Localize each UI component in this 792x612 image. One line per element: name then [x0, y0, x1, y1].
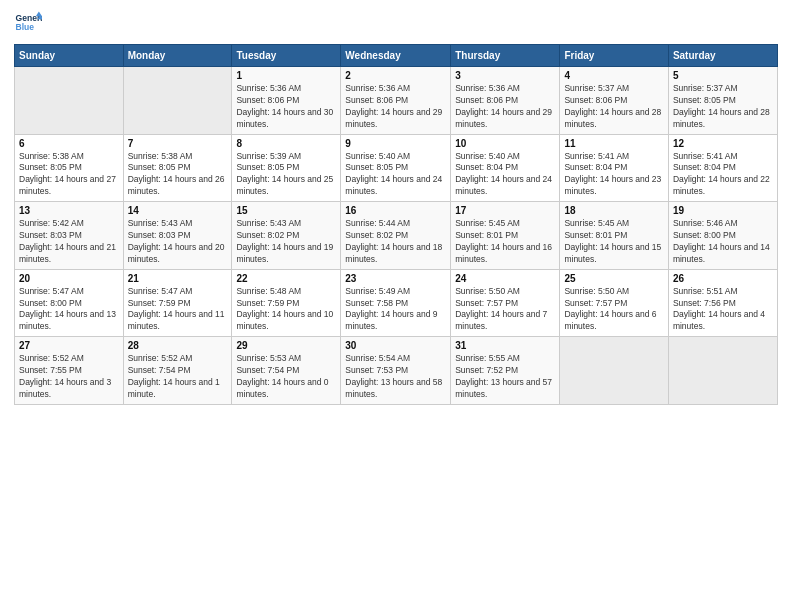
weekday-header: Monday: [123, 45, 232, 67]
day-number: 22: [236, 273, 336, 284]
calendar-cell: 29Sunrise: 5:53 AM Sunset: 7:54 PM Dayli…: [232, 337, 341, 405]
day-number: 8: [236, 138, 336, 149]
day-number: 25: [564, 273, 663, 284]
day-detail: Sunrise: 5:47 AM Sunset: 7:59 PM Dayligh…: [128, 286, 228, 334]
day-detail: Sunrise: 5:47 AM Sunset: 8:00 PM Dayligh…: [19, 286, 119, 334]
calendar-cell: 14Sunrise: 5:43 AM Sunset: 8:03 PM Dayli…: [123, 202, 232, 270]
weekday-header: Saturday: [668, 45, 777, 67]
day-detail: Sunrise: 5:41 AM Sunset: 8:04 PM Dayligh…: [564, 151, 663, 199]
calendar-cell: 4Sunrise: 5:37 AM Sunset: 8:06 PM Daylig…: [560, 67, 668, 135]
calendar-cell: [668, 337, 777, 405]
day-number: 2: [345, 70, 446, 81]
calendar-cell: 30Sunrise: 5:54 AM Sunset: 7:53 PM Dayli…: [341, 337, 451, 405]
day-number: 5: [673, 70, 773, 81]
calendar-cell: 20Sunrise: 5:47 AM Sunset: 8:00 PM Dayli…: [15, 269, 124, 337]
day-detail: Sunrise: 5:50 AM Sunset: 7:57 PM Dayligh…: [455, 286, 555, 334]
calendar-cell: 8Sunrise: 5:39 AM Sunset: 8:05 PM Daylig…: [232, 134, 341, 202]
day-number: 15: [236, 205, 336, 216]
day-number: 7: [128, 138, 228, 149]
day-number: 17: [455, 205, 555, 216]
logo-icon: General Blue: [14, 10, 42, 38]
day-detail: Sunrise: 5:40 AM Sunset: 8:05 PM Dayligh…: [345, 151, 446, 199]
day-detail: Sunrise: 5:46 AM Sunset: 8:00 PM Dayligh…: [673, 218, 773, 266]
day-number: 14: [128, 205, 228, 216]
day-detail: Sunrise: 5:43 AM Sunset: 8:02 PM Dayligh…: [236, 218, 336, 266]
day-detail: Sunrise: 5:45 AM Sunset: 8:01 PM Dayligh…: [455, 218, 555, 266]
day-number: 20: [19, 273, 119, 284]
calendar-cell: 19Sunrise: 5:46 AM Sunset: 8:00 PM Dayli…: [668, 202, 777, 270]
calendar-cell: 16Sunrise: 5:44 AM Sunset: 8:02 PM Dayli…: [341, 202, 451, 270]
day-detail: Sunrise: 5:42 AM Sunset: 8:03 PM Dayligh…: [19, 218, 119, 266]
weekday-header: Sunday: [15, 45, 124, 67]
logo: General Blue: [14, 10, 46, 38]
calendar-cell: 25Sunrise: 5:50 AM Sunset: 7:57 PM Dayli…: [560, 269, 668, 337]
day-number: 18: [564, 205, 663, 216]
calendar-cell: 11Sunrise: 5:41 AM Sunset: 8:04 PM Dayli…: [560, 134, 668, 202]
day-number: 24: [455, 273, 555, 284]
day-detail: Sunrise: 5:38 AM Sunset: 8:05 PM Dayligh…: [19, 151, 119, 199]
day-number: 23: [345, 273, 446, 284]
calendar-cell: 22Sunrise: 5:48 AM Sunset: 7:59 PM Dayli…: [232, 269, 341, 337]
day-number: 6: [19, 138, 119, 149]
weekday-header: Thursday: [451, 45, 560, 67]
day-detail: Sunrise: 5:53 AM Sunset: 7:54 PM Dayligh…: [236, 353, 336, 401]
calendar-cell: [123, 67, 232, 135]
day-number: 21: [128, 273, 228, 284]
calendar-cell: 27Sunrise: 5:52 AM Sunset: 7:55 PM Dayli…: [15, 337, 124, 405]
calendar-cell: [15, 67, 124, 135]
day-number: 26: [673, 273, 773, 284]
day-number: 11: [564, 138, 663, 149]
day-number: 16: [345, 205, 446, 216]
calendar-cell: 17Sunrise: 5:45 AM Sunset: 8:01 PM Dayli…: [451, 202, 560, 270]
calendar-cell: 3Sunrise: 5:36 AM Sunset: 8:06 PM Daylig…: [451, 67, 560, 135]
calendar-cell: 26Sunrise: 5:51 AM Sunset: 7:56 PM Dayli…: [668, 269, 777, 337]
day-number: 30: [345, 340, 446, 351]
day-detail: Sunrise: 5:40 AM Sunset: 8:04 PM Dayligh…: [455, 151, 555, 199]
weekday-header: Friday: [560, 45, 668, 67]
weekday-header: Tuesday: [232, 45, 341, 67]
day-number: 3: [455, 70, 555, 81]
day-detail: Sunrise: 5:55 AM Sunset: 7:52 PM Dayligh…: [455, 353, 555, 401]
day-number: 28: [128, 340, 228, 351]
calendar-cell: 21Sunrise: 5:47 AM Sunset: 7:59 PM Dayli…: [123, 269, 232, 337]
calendar-cell: 28Sunrise: 5:52 AM Sunset: 7:54 PM Dayli…: [123, 337, 232, 405]
calendar-cell: 13Sunrise: 5:42 AM Sunset: 8:03 PM Dayli…: [15, 202, 124, 270]
calendar-cell: 9Sunrise: 5:40 AM Sunset: 8:05 PM Daylig…: [341, 134, 451, 202]
calendar-cell: 12Sunrise: 5:41 AM Sunset: 8:04 PM Dayli…: [668, 134, 777, 202]
day-detail: Sunrise: 5:52 AM Sunset: 7:55 PM Dayligh…: [19, 353, 119, 401]
calendar-cell: 10Sunrise: 5:40 AM Sunset: 8:04 PM Dayli…: [451, 134, 560, 202]
day-number: 9: [345, 138, 446, 149]
calendar-cell: 2Sunrise: 5:36 AM Sunset: 8:06 PM Daylig…: [341, 67, 451, 135]
calendar-cell: 7Sunrise: 5:38 AM Sunset: 8:05 PM Daylig…: [123, 134, 232, 202]
day-detail: Sunrise: 5:39 AM Sunset: 8:05 PM Dayligh…: [236, 151, 336, 199]
calendar-cell: 6Sunrise: 5:38 AM Sunset: 8:05 PM Daylig…: [15, 134, 124, 202]
day-detail: Sunrise: 5:38 AM Sunset: 8:05 PM Dayligh…: [128, 151, 228, 199]
day-number: 12: [673, 138, 773, 149]
calendar-cell: [560, 337, 668, 405]
day-detail: Sunrise: 5:41 AM Sunset: 8:04 PM Dayligh…: [673, 151, 773, 199]
day-detail: Sunrise: 5:48 AM Sunset: 7:59 PM Dayligh…: [236, 286, 336, 334]
day-detail: Sunrise: 5:50 AM Sunset: 7:57 PM Dayligh…: [564, 286, 663, 334]
day-detail: Sunrise: 5:37 AM Sunset: 8:05 PM Dayligh…: [673, 83, 773, 131]
day-detail: Sunrise: 5:54 AM Sunset: 7:53 PM Dayligh…: [345, 353, 446, 401]
day-number: 31: [455, 340, 555, 351]
day-number: 29: [236, 340, 336, 351]
day-detail: Sunrise: 5:43 AM Sunset: 8:03 PM Dayligh…: [128, 218, 228, 266]
calendar-cell: 15Sunrise: 5:43 AM Sunset: 8:02 PM Dayli…: [232, 202, 341, 270]
day-detail: Sunrise: 5:36 AM Sunset: 8:06 PM Dayligh…: [455, 83, 555, 131]
day-detail: Sunrise: 5:45 AM Sunset: 8:01 PM Dayligh…: [564, 218, 663, 266]
calendar-cell: 18Sunrise: 5:45 AM Sunset: 8:01 PM Dayli…: [560, 202, 668, 270]
day-number: 19: [673, 205, 773, 216]
day-number: 10: [455, 138, 555, 149]
day-detail: Sunrise: 5:44 AM Sunset: 8:02 PM Dayligh…: [345, 218, 446, 266]
day-detail: Sunrise: 5:36 AM Sunset: 8:06 PM Dayligh…: [236, 83, 336, 131]
day-number: 13: [19, 205, 119, 216]
svg-text:Blue: Blue: [16, 22, 35, 32]
day-number: 4: [564, 70, 663, 81]
day-detail: Sunrise: 5:36 AM Sunset: 8:06 PM Dayligh…: [345, 83, 446, 131]
day-detail: Sunrise: 5:37 AM Sunset: 8:06 PM Dayligh…: [564, 83, 663, 131]
day-detail: Sunrise: 5:52 AM Sunset: 7:54 PM Dayligh…: [128, 353, 228, 401]
calendar-cell: 1Sunrise: 5:36 AM Sunset: 8:06 PM Daylig…: [232, 67, 341, 135]
day-detail: Sunrise: 5:51 AM Sunset: 7:56 PM Dayligh…: [673, 286, 773, 334]
calendar-table: SundayMondayTuesdayWednesdayThursdayFrid…: [14, 44, 778, 405]
